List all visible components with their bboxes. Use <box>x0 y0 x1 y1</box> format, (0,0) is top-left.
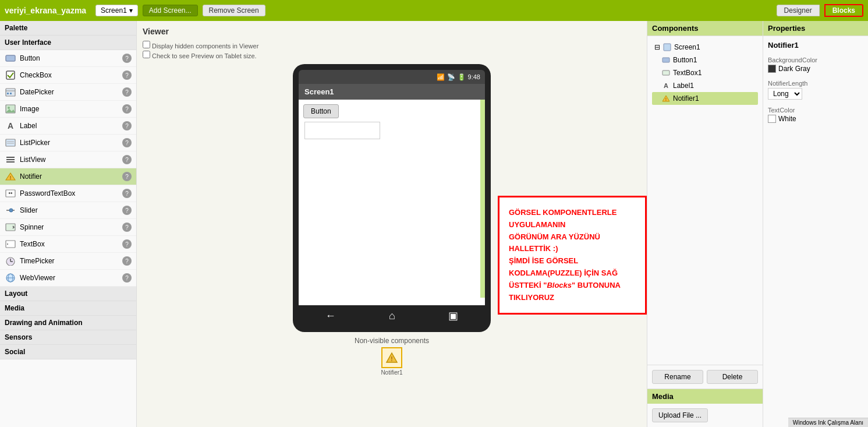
notifierlength-select[interactable]: Long Short <box>768 88 802 100</box>
prop-group-notifierlength: NotifierLength Long Short <box>763 77 868 104</box>
textcolor-label: TextColor <box>768 107 863 114</box>
palette-item-spinner[interactable]: Spinner ? <box>0 219 136 236</box>
svg-rect-2 <box>6 89 15 96</box>
media-section: Media Upload File ... <box>647 389 763 427</box>
drawing-animation-header[interactable]: Drawing and Animation <box>0 316 136 330</box>
palette-image-label: Image <box>20 105 119 113</box>
annotation-line4: ÜSTTEKİ "Blocks" BUTONUNA TIKLIYORUZ <box>509 280 636 304</box>
layout-header[interactable]: Layout <box>0 287 136 301</box>
tree-textbox1-label: TextBox1 <box>673 69 702 77</box>
phone-scrollbar[interactable] <box>480 100 485 298</box>
svg-rect-35 <box>662 70 669 75</box>
checkbox-icon <box>5 69 16 81</box>
palette-item-notifier[interactable]: ! Notifier ? <box>0 168 136 185</box>
palette-item-button[interactable]: Button ? <box>0 50 136 67</box>
annotation-box: GÖRSEL KOMPONENTLERLE UYGULAMANIN GÖRÜNÜ… <box>498 196 647 315</box>
designer-button[interactable]: Designer <box>777 5 820 16</box>
media-header[interactable]: Media <box>0 301 136 316</box>
tablet-preview-checkbox-label[interactable]: Check to see Preview on Tablet size. <box>143 51 641 59</box>
svg-text:!: ! <box>10 175 12 181</box>
textbox-help-icon[interactable]: ? <box>122 239 132 249</box>
palette-item-datepicker[interactable]: DatePicker ? <box>0 84 136 101</box>
palette-item-listpicker[interactable]: ListPicker ? <box>0 135 136 151</box>
palette-item-image[interactable]: Image ? <box>0 101 136 118</box>
tree-notifier1-label: Notifier1 <box>673 94 699 103</box>
palette-header: Palette <box>0 21 136 36</box>
palette-notifier-label: Notifier <box>20 172 119 181</box>
phone-content-wrapper: Button <box>299 100 485 298</box>
blocks-button[interactable]: Blocks <box>824 4 863 17</box>
backgroundcolor-value[interactable]: Dark Gray <box>768 65 863 73</box>
palette-checkbox-label: CheckBox <box>20 71 119 79</box>
upload-file-button[interactable]: Upload File ... <box>652 408 708 422</box>
component-tree: ⊟ Screen1 Button1 TextBox1 A <box>647 36 763 365</box>
svg-rect-0 <box>6 55 15 61</box>
add-screen-button[interactable]: Add Screen... <box>143 5 198 16</box>
label-help-icon[interactable]: ? <box>122 121 132 130</box>
button1-icon <box>661 55 671 65</box>
palette-item-passwordtextbox[interactable]: •• PasswordTextBox ? <box>0 185 136 202</box>
palette-slider-label: Slider <box>20 206 119 214</box>
palette-item-checkbox[interactable]: CheckBox ? <box>0 67 136 84</box>
topbar: veriyi_ekrana_yazma Screen1 ▾ Add Screen… <box>0 0 868 21</box>
tree-item-notifier1[interactable]: ! Notifier1 <box>652 92 758 105</box>
palette-item-timepicker[interactable]: TimePicker ? <box>0 253 136 270</box>
viewer-header: Viewer <box>143 27 641 36</box>
label1-icon: A <box>661 81 671 90</box>
tree-expand-icon: ⊟ <box>654 43 660 51</box>
properties-panel-header: Properties <box>763 21 868 36</box>
listpicker-help-icon[interactable]: ? <box>122 138 132 147</box>
notifier-help-icon[interactable]: ? <box>122 172 132 181</box>
button-help-icon[interactable]: ? <box>122 54 132 63</box>
user-interface-header[interactable]: User Interface <box>0 36 136 50</box>
spinner-help-icon[interactable]: ? <box>122 223 132 232</box>
tree-item-label1[interactable]: A Label1 <box>652 79 758 92</box>
hidden-components-checkbox[interactable] <box>143 41 150 48</box>
listview-help-icon[interactable]: ? <box>122 155 132 164</box>
phone-content[interactable]: Button <box>299 100 485 298</box>
rename-button[interactable]: Rename <box>652 370 703 384</box>
palette-webviewer-label: WebViewer <box>20 274 119 282</box>
backgroundcolor-swatch <box>768 65 776 73</box>
palette-item-label[interactable]: A Label ? <box>0 118 136 135</box>
notifierlength-value[interactable]: Long Short <box>768 88 863 100</box>
sensors-header[interactable]: Sensors <box>0 330 136 345</box>
hidden-components-checkbox-label[interactable]: Display hidden components in Viewer <box>143 41 641 50</box>
webviewer-help-icon[interactable]: ? <box>122 273 132 283</box>
palette-item-textbox[interactable]: TextBox ? <box>0 236 136 253</box>
palette-item-slider[interactable]: Slider ? <box>0 202 136 219</box>
notifier-widget[interactable]: ! Notifier1 <box>381 347 402 376</box>
tablet-preview-checkbox[interactable] <box>143 51 150 58</box>
textcolor-value[interactable]: White <box>768 115 863 123</box>
social-header[interactable]: Social <box>0 345 136 359</box>
datepicker-help-icon[interactable]: ? <box>122 87 132 97</box>
checkbox-help-icon[interactable]: ? <box>122 70 132 80</box>
phone-button-widget[interactable]: Button <box>303 104 339 118</box>
windows-ink-label: Windows Ink Çalışma Alanı <box>793 419 863 426</box>
components-panel: Components ⊟ Screen1 Button1 TextBox1 <box>647 21 763 427</box>
tree-item-button1[interactable]: Button1 <box>652 54 758 66</box>
image-help-icon[interactable]: ? <box>122 104 132 114</box>
tree-item-textbox1[interactable]: TextBox1 <box>652 66 758 79</box>
palette-spinner-label: Spinner <box>20 223 119 231</box>
slider-help-icon[interactable]: ? <box>122 206 132 215</box>
remove-screen-button[interactable]: Remove Screen <box>203 5 265 16</box>
tree-item-screen1[interactable]: ⊟ Screen1 <box>652 41 758 54</box>
timepicker-help-icon[interactable]: ? <box>122 256 132 266</box>
palette-listview-label: ListView <box>20 156 119 164</box>
delete-button[interactable]: Delete <box>707 370 758 384</box>
phone-textbox-widget[interactable] <box>304 122 380 139</box>
palette-item-listview[interactable]: ListView ? <box>0 151 136 168</box>
palette-item-webviewer[interactable]: WebViewer ? <box>0 270 136 287</box>
svg-rect-33 <box>664 44 671 51</box>
passwordtextbox-help-icon[interactable]: ? <box>122 189 132 198</box>
viewer-panel: Viewer Display hidden components in View… <box>137 21 647 427</box>
screen-dropdown[interactable]: Screen1 ▾ <box>95 5 138 16</box>
notifier-widget-icon: ! <box>381 347 402 368</box>
passwordtextbox-icon: •• <box>5 188 16 199</box>
svg-text:!: ! <box>391 356 392 362</box>
app-title: veriyi_ekrana_yazma <box>5 6 86 15</box>
annotation-line3: ŞİMDİ İSE GÖRSEL KODLAMA(PUZZLE) İÇİN SA… <box>509 255 636 280</box>
svg-rect-8 <box>6 139 15 146</box>
textbox-icon <box>5 238 16 250</box>
